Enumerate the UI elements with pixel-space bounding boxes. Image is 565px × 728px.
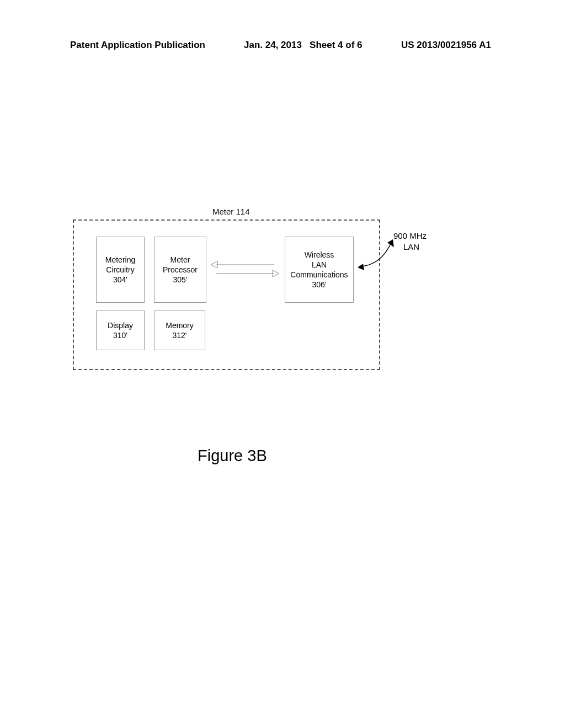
wireless-lan-block: Wireless LAN Communications 306' (285, 237, 354, 303)
lan-text: LAN (403, 242, 427, 253)
lan-freq: 900 MHz (393, 231, 427, 242)
meter-processor-block: Meter Processor 305' (154, 237, 206, 303)
metering-circuitry-block: Metering Circuitry 304' (96, 237, 145, 303)
bidirectional-arrow (206, 258, 284, 280)
date-label: Jan. 24, 2013 (244, 40, 302, 50)
lan-label: 900 MHz LAN (393, 231, 427, 252)
block-ref: 312' (172, 330, 186, 340)
block-line: LAN (312, 260, 327, 270)
sheet-label: Sheet 4 of 6 (310, 40, 362, 50)
patent-number: US 2013/0021956 A1 (401, 40, 491, 51)
date-sheet: Jan. 24, 2013 Sheet 4 of 6 (244, 40, 363, 51)
block-ref: 304' (113, 275, 127, 285)
svg-marker-4 (358, 264, 364, 270)
figure-label: Figure 3B (198, 447, 267, 465)
publication-label: Patent Application Publication (70, 40, 205, 51)
meter-box: Metering Circuitry 304' Meter Processor … (73, 220, 380, 370)
block-line: Memory (166, 320, 194, 330)
block-line: Display (108, 320, 133, 330)
block-ref: 306' (312, 280, 326, 290)
meter-title: Meter 114 (212, 207, 250, 216)
block-line: Circuitry (106, 265, 134, 275)
display-block: Display 310' (96, 311, 145, 350)
page-header: Patent Application Publication Jan. 24, … (70, 40, 524, 51)
block-line: Meter (170, 255, 190, 265)
block-line: Wireless (305, 250, 334, 260)
block-ref: 305' (173, 275, 187, 285)
block-ref: 310' (113, 330, 127, 340)
memory-block: Memory 312' (154, 311, 205, 350)
block-line: Communications (290, 270, 348, 280)
block-line: Processor (163, 265, 198, 275)
block-line: Metering (105, 255, 135, 265)
